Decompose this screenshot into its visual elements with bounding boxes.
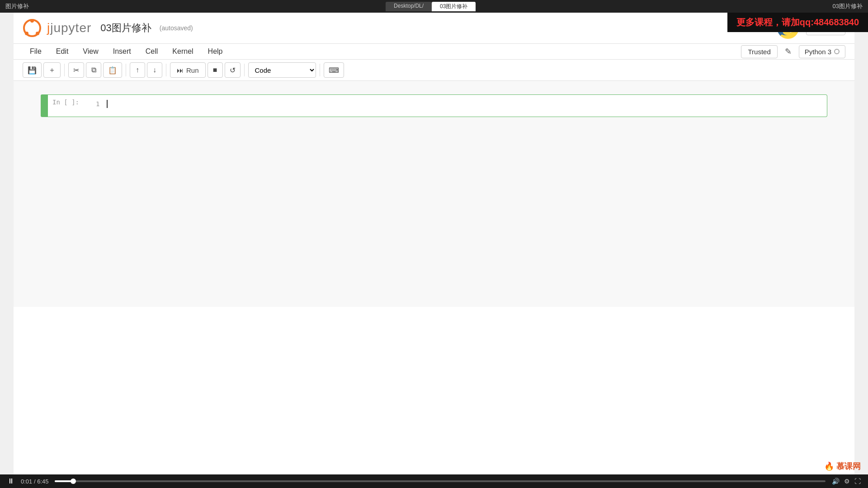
notebook-wrapper: jjupyter 03图片修补 (autosaved) Logout File … xyxy=(14,13,854,474)
cell-active-indicator xyxy=(41,94,48,117)
toolbar-separator-3 xyxy=(166,64,166,76)
save-button[interactable]: 💾 xyxy=(23,62,42,78)
menu-bar: File Edit View Insert Cell Kernel Help T… xyxy=(14,44,854,60)
move-up-button[interactable]: ↑ xyxy=(130,62,145,78)
kernel-indicator: Python 3 xyxy=(799,45,845,58)
toolbar-separator-2 xyxy=(126,64,126,76)
volume-icon[interactable]: 🔊 xyxy=(832,478,840,485)
paste-button[interactable]: 📋 xyxy=(103,62,122,78)
cut-button[interactable]: ✂ xyxy=(68,62,84,78)
os-bar-tabs: Desktop/DL/ 03图片修补 xyxy=(386,2,476,11)
notebook-title[interactable]: 03图片修补 xyxy=(100,21,151,35)
progress-thumb xyxy=(71,479,76,484)
toolbar-separator-5 xyxy=(320,64,320,76)
kernel-status-circle xyxy=(834,49,840,54)
svg-point-2 xyxy=(36,32,39,35)
run-icon: ⏭ xyxy=(177,66,184,74)
os-tab-1[interactable]: Desktop/DL/ xyxy=(386,2,432,11)
stop-button[interactable]: ■ xyxy=(208,62,223,78)
promo-banner: 更多课程，请加qq:484683840 xyxy=(727,13,868,32)
cell-input-label: In [ ]: xyxy=(48,95,93,109)
svg-point-3 xyxy=(25,32,28,35)
play-pause-button[interactable]: ⏸ xyxy=(7,477,14,485)
line-number: 1 xyxy=(96,100,99,108)
menu-cell[interactable]: Cell xyxy=(138,44,165,59)
menu-insert[interactable]: Insert xyxy=(106,44,138,59)
logo-title: jjupyter 03图片修补 (autosaved) xyxy=(23,19,193,38)
trusted-button[interactable]: Trusted xyxy=(741,45,777,58)
video-bar: ⏸ 0:01 / 6:45 🔊 ⚙ ⛶ xyxy=(0,474,868,488)
cell-editor[interactable]: 1 xyxy=(93,95,827,113)
menu-help[interactable]: Help xyxy=(201,44,230,59)
menu-kernel[interactable]: Kernel xyxy=(165,44,200,59)
move-down-button[interactable]: ↓ xyxy=(147,62,162,78)
os-bar: 图片修补 Desktop/DL/ 03图片修补 03图片修补 xyxy=(0,0,868,13)
menu-right: Trusted ✎ Python 3 xyxy=(741,44,845,59)
svg-point-1 xyxy=(30,19,34,23)
jupyter-wordmark: jjupyter xyxy=(47,21,91,35)
video-right-controls: 🔊 ⚙ ⛶ xyxy=(832,478,861,485)
menu-file[interactable]: File xyxy=(23,44,49,59)
video-progress-bar[interactable] xyxy=(55,480,826,482)
add-cell-button[interactable]: ＋ xyxy=(43,62,61,78)
settings-icon[interactable]: ⚙ xyxy=(844,478,850,485)
code-cell-1: In [ ]: 1 xyxy=(41,94,827,117)
os-tab-2[interactable]: 03图片修补 xyxy=(432,2,476,11)
menu-left: File Edit View Insert Cell Kernel Help xyxy=(23,44,230,59)
jupyter-logo xyxy=(23,19,42,38)
watermark: 🔥 慕课网 xyxy=(824,461,861,472)
toolbar-separator-1 xyxy=(64,64,65,76)
keyboard-shortcuts-button[interactable]: ⌨ xyxy=(324,62,344,78)
run-label: Run xyxy=(186,66,199,74)
toolbar-separator-4 xyxy=(244,64,245,76)
edit-pencil-icon[interactable]: ✎ xyxy=(781,44,795,59)
notebook-content: In [ ]: 1 xyxy=(14,81,854,307)
cell-editor-line: 1 xyxy=(96,100,108,108)
os-bar-right-label: 03图片修补 xyxy=(833,2,863,10)
cell-inner: In [ ]: 1 xyxy=(48,94,827,117)
restart-button[interactable]: ↺ xyxy=(225,62,241,78)
run-button[interactable]: ⏭ Run xyxy=(170,62,206,78)
menu-view[interactable]: View xyxy=(75,44,105,59)
cell-type-dropdown[interactable]: Code Markdown Raw NBConvert xyxy=(248,62,316,78)
copy-button[interactable]: ⧉ xyxy=(86,62,101,78)
fullscreen-icon[interactable]: ⛶ xyxy=(854,478,861,485)
video-time: 0:01 / 6:45 xyxy=(21,478,48,485)
menu-edit[interactable]: Edit xyxy=(49,44,76,59)
os-bar-left-label: 图片修补 xyxy=(5,2,29,10)
toolbar: 💾 ＋ ✂ ⧉ 📋 ↑ ↓ ⏭ Run ■ ↺ Code Markdown Ra… xyxy=(14,60,854,81)
autosaved-label: (autosaved) xyxy=(160,24,193,32)
text-cursor xyxy=(107,100,108,108)
kernel-name: Python 3 xyxy=(805,48,831,56)
